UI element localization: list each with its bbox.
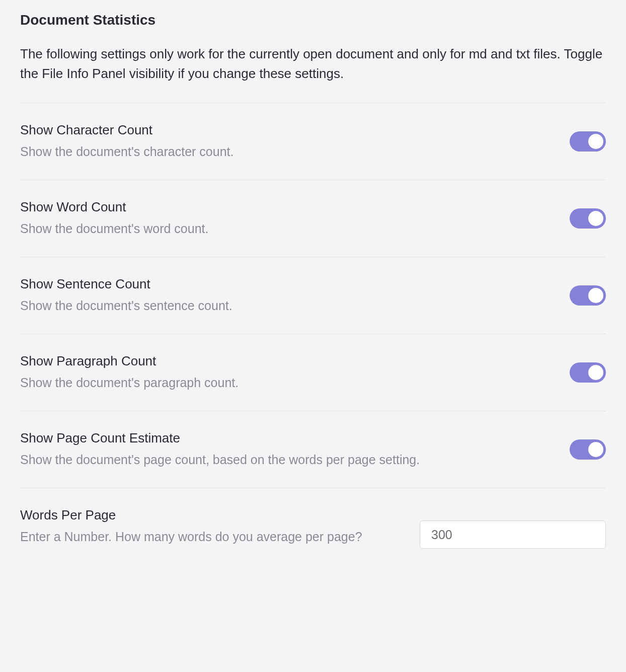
setting-row-words-per-page: Words Per Page Enter a Number. How many …: [20, 488, 606, 568]
toggle-knob: [588, 288, 603, 303]
setting-title: Show Page Count Estimate: [20, 430, 555, 446]
setting-title: Show Paragraph Count: [20, 353, 555, 369]
setting-desc: Show the document's sentence count.: [20, 297, 555, 315]
settings-container: Document Statistics The following settin…: [0, 0, 626, 588]
setting-title: Show Sentence Count: [20, 276, 555, 292]
setting-desc: Show the document's word count.: [20, 220, 555, 238]
setting-info: Words Per Page Enter a Number. How many …: [20, 507, 405, 546]
toggle-page-count[interactable]: [570, 439, 606, 460]
setting-title: Show Word Count: [20, 199, 555, 215]
toggle-knob: [588, 442, 603, 457]
setting-desc: Show the document's page count, based on…: [20, 451, 555, 469]
setting-desc: Show the document's character count.: [20, 143, 555, 161]
setting-desc: Show the document's paragraph count.: [20, 374, 555, 392]
toggle-sentence-count[interactable]: [570, 285, 606, 306]
words-per-page-input[interactable]: [420, 520, 606, 549]
toggle-knob: [588, 365, 603, 380]
toggle-character-count[interactable]: [570, 131, 606, 152]
toggle-paragraph-count[interactable]: [570, 362, 606, 383]
setting-title: Words Per Page: [20, 507, 405, 523]
setting-row-paragraph-count: Show Paragraph Count Show the document's…: [20, 334, 606, 411]
setting-row-sentence-count: Show Sentence Count Show the document's …: [20, 257, 606, 334]
setting-row-character-count: Show Character Count Show the document's…: [20, 103, 606, 180]
setting-desc: Enter a Number. How many words do you av…: [20, 528, 405, 546]
section-description: The following settings only work for the…: [20, 44, 606, 84]
setting-row-page-count: Show Page Count Estimate Show the docume…: [20, 411, 606, 488]
toggle-word-count[interactable]: [570, 208, 606, 229]
setting-row-word-count: Show Word Count Show the document's word…: [20, 180, 606, 257]
toggle-knob: [588, 134, 603, 149]
setting-info: Show Sentence Count Show the document's …: [20, 276, 555, 315]
setting-info: Show Word Count Show the document's word…: [20, 199, 555, 238]
section-title: Document Statistics: [20, 12, 606, 28]
setting-info: Show Paragraph Count Show the document's…: [20, 353, 555, 392]
setting-title: Show Character Count: [20, 122, 555, 138]
setting-info: Show Character Count Show the document's…: [20, 122, 555, 161]
setting-info: Show Page Count Estimate Show the docume…: [20, 430, 555, 469]
toggle-knob: [588, 211, 603, 226]
